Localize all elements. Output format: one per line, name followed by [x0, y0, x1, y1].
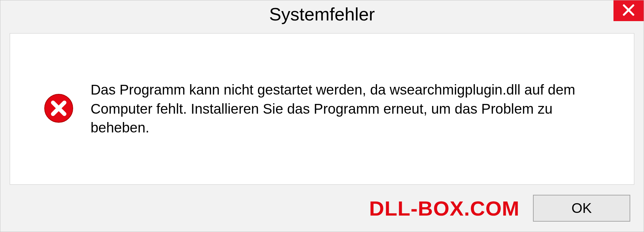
dialog-title: Systemfehler — [0, 0, 644, 24]
ok-button[interactable]: OK — [533, 195, 630, 222]
error-icon — [44, 93, 74, 125]
error-message: Das Programm kann nicht gestartet werden… — [91, 80, 614, 137]
error-dialog-window: Systemfehler Das Programm kann nicht ges… — [0, 0, 644, 232]
titlebar: Systemfehler — [0, 0, 644, 27]
close-icon — [623, 4, 635, 17]
dialog-footer: DLL-BOX.COM OK — [0, 185, 644, 232]
content-panel: Das Programm kann nicht gestartet werden… — [10, 33, 634, 185]
close-button[interactable] — [613, 0, 644, 21]
watermark-text: DLL-BOX.COM — [369, 196, 520, 220]
